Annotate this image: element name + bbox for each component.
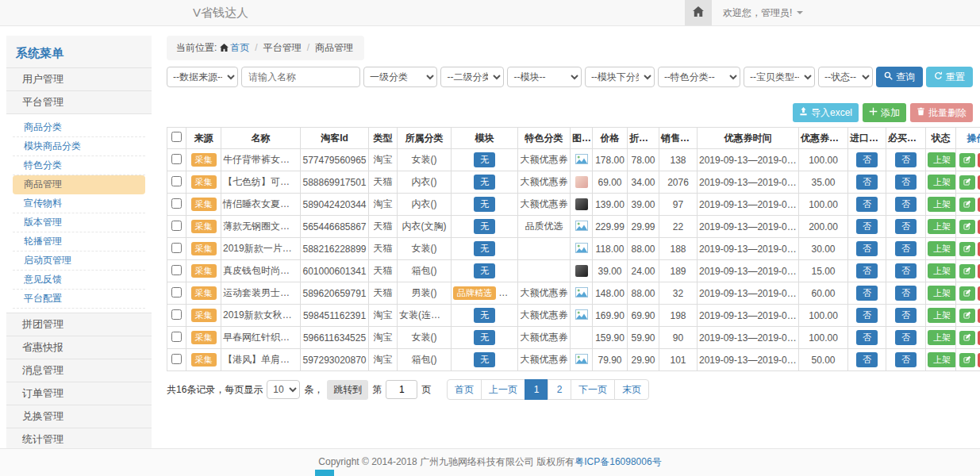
page-1-button[interactable]: 1	[525, 379, 548, 400]
module-subcategory-select[interactable]: --模块下分类--	[585, 67, 655, 87]
module-none-badge[interactable]: 无	[474, 219, 495, 234]
import-select-toggle[interactable]: 否	[856, 330, 878, 345]
prev-page-button[interactable]: 上一页	[481, 379, 525, 400]
edit-button[interactable]	[959, 153, 975, 167]
reset-button[interactable]: 重置	[926, 67, 973, 87]
import-select-toggle[interactable]: 否	[856, 219, 878, 234]
import-select-toggle[interactable]: 否	[856, 175, 878, 190]
level1-category-select[interactable]: 一级分类	[363, 67, 437, 87]
must-buy-toggle[interactable]: 否	[895, 352, 917, 367]
level2-category-select[interactable]: --二级分类--	[440, 67, 504, 87]
jump-page-input[interactable]	[386, 380, 417, 399]
module-none-badge[interactable]: 无	[474, 330, 495, 345]
import-select-toggle[interactable]: 否	[856, 308, 878, 323]
sidebar-subitem-version-management[interactable]: 版本管理	[13, 213, 145, 232]
sidebar-item-message-management[interactable]: 消息管理	[6, 359, 152, 382]
must-buy-toggle[interactable]: 否	[895, 241, 917, 256]
row-checkbox[interactable]	[171, 332, 182, 342]
first-page-button[interactable]: 首页	[447, 379, 482, 400]
module-none-badge[interactable]: 无	[474, 241, 495, 256]
import-select-toggle[interactable]: 否	[856, 352, 878, 367]
sidebar-subitem-splash-management[interactable]: 启动页管理	[13, 251, 145, 271]
import-select-toggle[interactable]: 否	[856, 152, 878, 167]
sidebar-item-platform-management[interactable]: 平台管理	[6, 90, 152, 114]
edit-button[interactable]	[959, 220, 975, 234]
last-page-button[interactable]: 末页	[614, 379, 649, 400]
status-badge[interactable]: 上架	[928, 197, 956, 212]
edit-button[interactable]	[959, 286, 975, 301]
row-checkbox[interactable]	[171, 154, 182, 164]
sidebar-subitem-goods-category[interactable]: 商品分类	[13, 118, 145, 137]
module-none-badge[interactable]: 无	[474, 175, 495, 190]
data-source-select[interactable]: --数据来源--	[167, 67, 238, 87]
row-checkbox[interactable]	[171, 265, 182, 275]
name-search-input[interactable]	[241, 67, 360, 87]
status-select[interactable]: --状态--	[818, 67, 873, 87]
user-menu[interactable]: 欢迎您，管理员!	[712, 0, 814, 25]
row-checkbox[interactable]	[171, 243, 182, 253]
sidebar-subitem-feature-category[interactable]: 特色分类	[13, 156, 145, 175]
module-none-badge[interactable]: 无	[474, 352, 495, 367]
must-buy-toggle[interactable]: 否	[895, 263, 917, 278]
must-buy-toggle[interactable]: 否	[895, 175, 917, 190]
breadcrumb-home-link[interactable]: 首页	[230, 42, 249, 53]
module-none-badge[interactable]: 无	[474, 263, 495, 278]
must-buy-toggle[interactable]: 否	[895, 219, 917, 234]
feature-category-select[interactable]: --特色分类--	[658, 67, 740, 87]
sidebar-subitem-promo-materials[interactable]: 宣传物料	[13, 194, 145, 213]
module-none-badge[interactable]: 无	[474, 308, 495, 323]
per-page-select[interactable]: 10	[267, 380, 300, 399]
home-button[interactable]	[685, 0, 712, 25]
sidebar-subitem-module-goods-category[interactable]: 模块商品分类	[13, 137, 145, 156]
module-select[interactable]: --模块--	[507, 67, 581, 87]
module-none-badge[interactable]: 无	[474, 152, 495, 167]
search-button[interactable]: 查询	[876, 67, 923, 87]
must-buy-toggle[interactable]: 否	[895, 330, 917, 345]
edit-button[interactable]	[959, 242, 975, 256]
sidebar-item-exchange-management[interactable]: 兑换管理	[6, 405, 152, 428]
must-buy-toggle[interactable]: 否	[895, 308, 917, 323]
status-badge[interactable]: 上架	[928, 308, 956, 323]
import-select-toggle[interactable]: 否	[856, 241, 878, 256]
status-badge[interactable]: 上架	[928, 241, 956, 256]
status-badge[interactable]: 上架	[928, 219, 956, 234]
row-checkbox[interactable]	[171, 176, 182, 186]
next-page-button[interactable]: 下一页	[571, 379, 615, 400]
import-select-toggle[interactable]: 否	[856, 286, 878, 301]
sidebar-subitem-feedback[interactable]: 意见反馈	[13, 271, 145, 290]
edit-button[interactable]	[959, 264, 975, 278]
status-badge[interactable]: 上架	[928, 352, 956, 367]
sidebar-item-groupbuy-management[interactable]: 拼团管理	[6, 313, 152, 336]
jump-button[interactable]: 跳转到	[327, 380, 368, 400]
must-buy-toggle[interactable]: 否	[895, 286, 917, 301]
page-2-button[interactable]: 2	[548, 379, 571, 400]
status-badge[interactable]: 上架	[928, 263, 956, 278]
status-badge[interactable]: 上架	[928, 286, 956, 301]
must-buy-toggle[interactable]: 否	[895, 152, 917, 167]
row-checkbox[interactable]	[171, 198, 182, 209]
edit-button[interactable]	[959, 198, 975, 212]
edit-button[interactable]	[959, 353, 975, 367]
import-excel-button[interactable]: 导入excel	[793, 103, 859, 122]
status-badge[interactable]: 上架	[928, 175, 956, 190]
sidebar-item-order-management[interactable]: 订单管理	[6, 382, 152, 405]
batch-delete-button[interactable]: 批量删除	[910, 103, 973, 122]
sidebar-subitem-carousel-management[interactable]: 轮播管理	[13, 232, 145, 251]
sidebar-item-stats-management[interactable]: 统计管理	[6, 428, 152, 448]
row-checkbox[interactable]	[171, 354, 182, 364]
sidebar-item-express-news[interactable]: 省惠快报	[6, 336, 152, 359]
status-badge[interactable]: 上架	[928, 330, 956, 345]
sidebar-item-user-management[interactable]: 用户管理	[6, 67, 152, 91]
add-button[interactable]: 添加	[863, 103, 906, 122]
status-badge[interactable]: 上架	[928, 152, 956, 167]
module-none-badge[interactable]: 无	[474, 197, 495, 212]
row-checkbox[interactable]	[171, 287, 182, 298]
edit-button[interactable]	[959, 175, 975, 190]
icp-link[interactable]: 粤ICP备16098006号	[575, 456, 661, 467]
row-checkbox[interactable]	[171, 221, 182, 231]
select-all-checkbox[interactable]	[171, 132, 182, 142]
row-checkbox[interactable]	[171, 309, 182, 320]
import-select-toggle[interactable]: 否	[856, 263, 878, 278]
must-buy-toggle[interactable]: 否	[895, 197, 917, 212]
sidebar-subitem-platform-config[interactable]: 平台配置	[13, 290, 145, 309]
